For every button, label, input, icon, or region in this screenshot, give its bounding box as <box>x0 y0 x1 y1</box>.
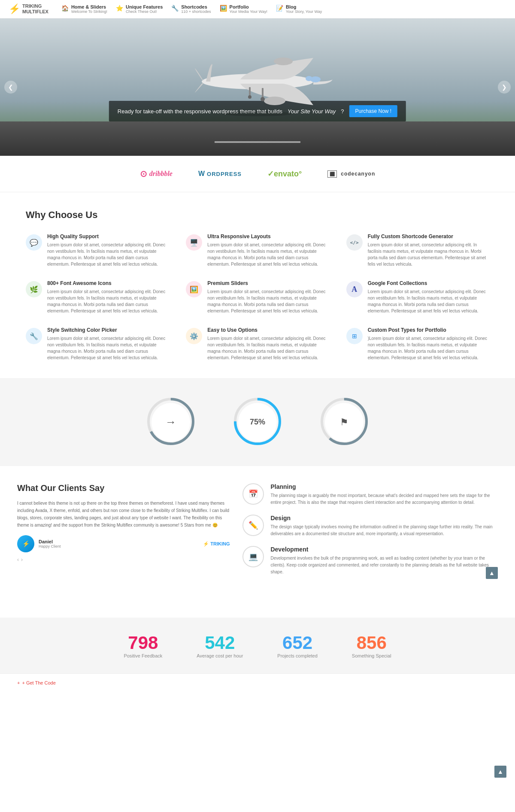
process-planning-content: Planning The planning stage is arguably … <box>270 483 498 506</box>
svg-point-9 <box>248 95 251 99</box>
testimonial-prev-icon[interactable]: ‹ <box>17 557 19 563</box>
hero-runway <box>0 121 515 156</box>
options-icon: ⚙️ <box>186 328 202 344</box>
feature-options-desc: Lorem ipsum dolor sit amet, consectetur … <box>207 335 329 361</box>
nav-features-sub: Check These Out! <box>126 9 163 14</box>
testimonial-controls: ‹ › <box>17 557 230 563</box>
wordpress-icon: W <box>198 170 205 178</box>
feature-sliders: 🖼️ Premium Sliders Lorem ipsum dolor sit… <box>186 280 329 314</box>
nav-features-title: Unique Features <box>126 4 163 9</box>
design-icon: ✏️ <box>242 515 264 536</box>
nav-item-home[interactable]: 🏠 Home & SlidersWelcome To Striking! <box>61 4 107 14</box>
counter-projects-number: 652 <box>277 633 318 653</box>
nav-item-features[interactable]: ⭐ Unique FeaturesCheck These Out! <box>116 4 163 14</box>
codecanyon-label: codecanyon <box>341 171 375 177</box>
color-icon: 🔧 <box>26 328 42 344</box>
responsive-icon: 🖥️ <box>186 234 202 251</box>
codecanyon-icon: ⬛ <box>327 170 337 178</box>
author-name: Daniel <box>39 539 61 544</box>
svg-point-4 <box>306 76 312 81</box>
counter-special-number: 856 <box>352 633 391 653</box>
feature-icons-desc: Lorem ipsum dolor sit amet, consectetur … <box>47 288 169 314</box>
nav-shortcodes-sub: 110 + shortcodes <box>181 9 211 14</box>
feature-color-desc: Lorem ipsum dolor sit amet, consectetur … <box>47 335 169 361</box>
feature-support-title: High Quality Support <box>47 233 169 239</box>
airplane-illustration <box>163 36 352 122</box>
clients-section-title: What Our Clients Say <box>17 483 230 493</box>
process-development-desc: Development involves the bulk of the pro… <box>270 555 498 576</box>
author-role: Happy Client <box>39 544 61 548</box>
testimonial-brand-mini: ⚡ TRIKING <box>203 541 230 547</box>
stat-icon-2: ⚑ <box>325 403 364 442</box>
nav-home-title: Home & Sliders <box>71 4 107 9</box>
feature-responsive-title: Ultra Responsive Layouts <box>207 233 329 239</box>
process-design: ✏️ Design The design stage typically inv… <box>242 515 498 537</box>
scroll-top-button-2[interactable]: ▲ <box>486 567 498 579</box>
nav-portfolio-title: Portfolio <box>230 4 267 9</box>
feature-portfolio-desc: )Lorem ipsum dolor sit amet, consectetur… <box>368 335 489 361</box>
clients-section: What Our Clients Say I cannot believe th… <box>0 466 515 601</box>
feature-portfolio: ⊞ Custom Post Types for Portfolio )Lorem… <box>346 327 489 361</box>
nav-blog-title: Blog <box>286 4 322 9</box>
testimonial-next-icon[interactable]: › <box>21 557 23 563</box>
counter-projects-label: Projects completed <box>277 653 318 658</box>
purchase-now-button[interactable]: Purchase Now ! <box>349 105 397 117</box>
shortcodes-icon: 🔧 <box>171 5 179 12</box>
envato-label: ✓envato° <box>267 169 302 179</box>
get-code-label: + Get The Code <box>22 680 55 685</box>
feature-support-desc: Lorem ipsum dolor sit amet, consectetur … <box>47 242 169 267</box>
counters-section: 798 Positive Feedback 542 Average cost p… <box>0 618 515 673</box>
hero-prev-button[interactable]: ❮ <box>4 81 17 94</box>
stat-value-1: 75% <box>238 403 277 442</box>
runway-line <box>215 141 300 143</box>
nav-item-portfolio[interactable]: 🖼️ PortfolioYour Media Your Way! <box>220 4 267 14</box>
svg-point-5 <box>223 111 292 116</box>
nav-blog-sub: Your Story, Your Way <box>286 9 322 14</box>
logos-section: ⊙ dribbble W ORDPRESS ✓envato° ⬛ codecan… <box>0 156 515 192</box>
testimonial-author: ⚡ Daniel Happy Client ⚡ TRIKING <box>17 535 230 552</box>
nav-item-blog[interactable]: 📝 BlogYour Story, Your Way <box>276 4 322 14</box>
feature-icons: 🌿 800+ Font Awesome Icons Lorem ipsum do… <box>26 280 169 314</box>
svg-rect-7 <box>249 87 251 97</box>
counter-cost-label: Average cost per hour <box>197 653 243 658</box>
feature-responsive-desc: Lorem ipsum dolor sit amet, consectetur … <box>207 242 329 267</box>
process-planning-title: Planning <box>270 483 498 490</box>
nav-home-sub: Welcome To Striking! <box>71 9 107 14</box>
get-code-icon: + <box>17 680 20 685</box>
hero-section: ❮ ❯ Ready for take-off with the responsi… <box>0 18 515 156</box>
stat-icon-0: → <box>151 403 190 442</box>
why-choose-section: Why Choose Us 💬 High Quality Support Lor… <box>0 192 515 378</box>
dribbble-logo: ⊙ dribbble <box>140 169 173 179</box>
counter-feedback-label: Positive Feedback <box>124 653 162 658</box>
svg-point-2 <box>274 58 293 65</box>
feature-support: 💬 High Quality Support Lorem ipsum dolor… <box>26 233 169 267</box>
feature-fonts-content: Google Font Collections Lorem ipsum dolo… <box>368 280 489 314</box>
feature-sliders-desc: Lorem ipsum dolor sit amet, consectetur … <box>207 288 329 314</box>
wordpress-logo: W ORDPRESS <box>198 170 242 178</box>
feature-shortcode-desc: Lorem ipsum dolor sit amet, consectetur … <box>368 242 489 267</box>
feature-color: 🔧 Style Switching Color Picker Lorem ips… <box>26 327 169 361</box>
nav-item-shortcodes[interactable]: 🔧 Shortcodes110 + shortcodes <box>171 4 211 14</box>
stat-item-2: ⚑ <box>318 395 370 449</box>
testimonial-area: What Our Clients Say I cannot believe th… <box>17 483 230 584</box>
development-icon: 💻 <box>242 546 264 567</box>
feature-responsive: 🖥️ Ultra Responsive Layouts Lorem ipsum … <box>186 233 329 267</box>
get-code-link[interactable]: + + Get The Code <box>17 680 498 685</box>
feature-fonts-desc: Lorem ipsum dolor sit amet, consectetur … <box>368 288 489 314</box>
hero-next-button[interactable]: ❯ <box>498 81 511 94</box>
author-avatar: ⚡ <box>17 535 34 552</box>
feature-options-content: Easy to Use Options Lorem ipsum dolor si… <box>207 327 329 361</box>
svg-point-1 <box>264 97 285 105</box>
planning-icon: 📅 <box>242 483 264 505</box>
shortcode-icon: </> <box>346 234 363 251</box>
svg-point-8 <box>261 97 265 101</box>
counter-cost: 542 Average cost per hour <box>197 633 243 658</box>
counter-projects: 652 Projects completed <box>277 633 318 658</box>
brand-logo[interactable]: ⚡ TRIKING MULTIFLEX <box>9 3 48 15</box>
sliders-icon: 🖼️ <box>186 281 202 297</box>
feature-shortcode-content: Fully Custom Shortcode Generator Lorem i… <box>368 233 489 267</box>
feature-shortcode-title: Fully Custom Shortcode Generator <box>368 233 489 239</box>
feature-fonts: A Google Font Collections Lorem ipsum do… <box>346 280 489 314</box>
features-icon: ⭐ <box>116 5 123 12</box>
brand-icon: ⚡ <box>9 3 20 15</box>
